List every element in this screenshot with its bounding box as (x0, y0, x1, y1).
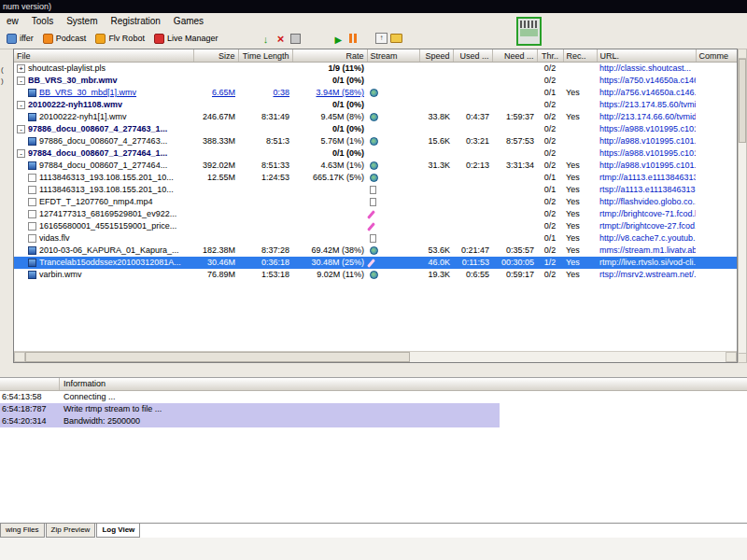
tree-toggle[interactable]: - (17, 77, 25, 85)
toolbar-button-iffer[interactable]: iffer (2, 32, 38, 46)
file-name: 2010-03-06_KAPURA_01_Kapura_... (39, 245, 179, 255)
cell-need (492, 220, 537, 232)
table-row[interactable]: -BB_VRS_30_mbr.wmv0/1 (0%)0/2https://a75… (14, 75, 737, 87)
column-header-speed[interactable]: Speed (419, 49, 453, 63)
toolbar-button-live-manager[interactable]: Live Manager (149, 32, 223, 46)
cell-size (193, 99, 238, 111)
menu-item-ew[interactable]: ew (0, 16, 25, 26)
table-row[interactable]: 1113846313_193.108.155.201_10...0/1Yesrt… (14, 184, 737, 196)
stop-button[interactable] (288, 31, 303, 46)
vertical-scrollbar[interactable] (738, 49, 747, 363)
tree-toggle[interactable]: + (17, 64, 25, 73)
table-row[interactable]: 1113846313_193.108.155.201_10...12.55M1:… (14, 172, 737, 184)
cell-used (453, 87, 492, 99)
menu-item-tools[interactable]: Tools (25, 16, 60, 26)
download-button[interactable] (258, 31, 273, 46)
folder-button[interactable] (388, 31, 403, 46)
tree-toggle[interactable]: - (17, 149, 25, 158)
cell-need (492, 99, 537, 111)
table-row[interactable]: 1274177313_68169529801_ev922...0/2Yesrtm… (14, 208, 737, 220)
table-row[interactable]: varbin.wmv76.89M1:53:189.02M (11%)19.3K0… (14, 269, 737, 281)
cell-size (193, 75, 238, 87)
cell-rec: Yes (563, 257, 597, 269)
cell-url: http://v8.cache7.c.youtub... (597, 232, 696, 245)
horizontal-scroll-thumb[interactable] (25, 352, 410, 362)
toolbar-group (258, 31, 303, 46)
scroll-up-arrow[interactable] (739, 49, 746, 59)
tab-zip-preview[interactable]: Zip Preview (46, 524, 96, 538)
column-header-used[interactable]: Used ... (453, 49, 492, 63)
table-row[interactable]: 97884_docu_008607_1_277464...392.02M8:51… (14, 160, 737, 172)
table-row[interactable]: vidas.flv0/1Yeshttp://v8.cache7.c.youtub… (14, 232, 737, 245)
scroll-down-arrow[interactable] (739, 353, 746, 362)
pause-button[interactable] (345, 31, 360, 46)
cell-size (193, 220, 238, 232)
log-row[interactable]: 6:54:20:314Bandwidth: 2500000 (0, 415, 500, 427)
table-row[interactable]: EFDT_T_1207760_nmp4.mp40/2Yeshttp://flas… (14, 196, 737, 208)
cell-thr: 0/2 (537, 123, 563, 135)
globe-icon (370, 89, 378, 97)
column-header-size[interactable]: Size (193, 49, 238, 63)
cell-rate: 9.45M (8%) (292, 111, 367, 123)
tree-toggle[interactable]: - (17, 101, 25, 109)
column-header-stream[interactable]: Stream (367, 49, 419, 63)
menu-item-games[interactable]: Games (167, 16, 210, 26)
table-row[interactable]: 97886_docu_008607_4_277463...388.33M8:51… (14, 135, 737, 147)
cell-file: vidas.flv (14, 232, 193, 245)
horizontal-scrollbar[interactable] (14, 351, 737, 362)
menu-item-system[interactable]: System (60, 16, 104, 26)
column-header-time-length[interactable]: Time Length (238, 49, 292, 63)
tab-log-view[interactable]: Log View (96, 524, 140, 538)
cell-size: 388.33M (193, 135, 238, 147)
cell-rec: Yes (563, 111, 597, 123)
cell-used (453, 196, 492, 208)
cell-stream (367, 135, 419, 147)
scroll-right-arrow[interactable] (726, 352, 737, 362)
cell-rec: Yes (563, 87, 597, 99)
column-header-rec[interactable]: Rec.. (563, 49, 597, 63)
globe-icon (370, 113, 378, 121)
toolbar-button-podcast[interactable]: Podcast (38, 32, 92, 46)
table-row[interactable]: BB_VRS_30_mbd[1].wmv6.65M0:383.94M (58%)… (14, 87, 737, 99)
cell-stream (367, 220, 419, 232)
cell-thr: 0/2 (537, 208, 563, 220)
log-row[interactable]: 6:54:13:58Connecting ... (0, 391, 500, 403)
file-name: 1113846313_193.108.155.201_10... (39, 185, 174, 194)
table-row[interactable]: 2010-03-06_KAPURA_01_Kapura_...182.38M8:… (14, 245, 737, 257)
scroll-left-arrow[interactable] (14, 352, 25, 362)
media-file-icon (28, 89, 36, 97)
table-row[interactable]: 20100222-nyh1[1].wmv246.67M8:31:499.45M … (14, 111, 737, 123)
menu-bar: ewToolsSystemRegistrationGames (0, 13, 747, 28)
table-row[interactable]: -20100222-nyh1108.wmv0/1 (0%)0/2https://… (14, 99, 737, 111)
file-name: 97884_docu_008607_1_277464... (39, 161, 167, 170)
table-row[interactable]: -97886_docu_008607_4_277463_1...0/1 (0%)… (14, 123, 737, 135)
column-header-url[interactable]: URL. (597, 49, 696, 63)
table-row[interactable]: Trancelab15oddssex20100312081A...30.46M0… (14, 257, 737, 269)
table-row[interactable]: -97884_docu_008607_1_277464_1...0/1 (0%)… (14, 147, 737, 160)
cell-speed: 19.3K (419, 269, 453, 281)
column-header-need[interactable]: Need ... (492, 49, 537, 63)
tree-toggle[interactable]: - (17, 125, 25, 133)
column-header-thr[interactable]: Thr.. (537, 49, 563, 63)
cell-speed: 31.3K (419, 160, 453, 172)
table-row[interactable]: 16165680001_45515159001_price...0/2Yesrt… (14, 220, 737, 232)
tab-wing-files[interactable]: wing Files (0, 524, 45, 538)
cell-stream (367, 75, 419, 87)
log-row[interactable]: 6:54:18:787Write rtmp stream to file ... (0, 403, 500, 415)
delete-button[interactable] (273, 31, 288, 46)
file-name: 97886_docu_008607_4_277463... (39, 136, 167, 146)
column-header-comme[interactable]: Comme (696, 49, 737, 63)
play-button[interactable] (331, 31, 345, 46)
upload-button[interactable] (374, 31, 388, 46)
menu-item-registration[interactable]: Registration (105, 16, 167, 26)
cell-need: 8:57:53 (492, 135, 537, 147)
cell-need (492, 75, 537, 87)
cell-comment (696, 257, 737, 269)
column-header-rate[interactable]: Rate (292, 49, 367, 63)
table-row[interactable]: +shoutcast-playlist.pls1/9 (11%)0/2http:… (14, 63, 737, 76)
promo-banner[interactable] (516, 17, 542, 46)
toolbar-button-flv-robot[interactable]: Flv Robot (91, 32, 149, 46)
column-header-file[interactable]: File (14, 49, 193, 63)
log-timestamp: 6:54:18:787 (0, 403, 60, 415)
vertical-scroll-thumb[interactable] (739, 59, 746, 143)
